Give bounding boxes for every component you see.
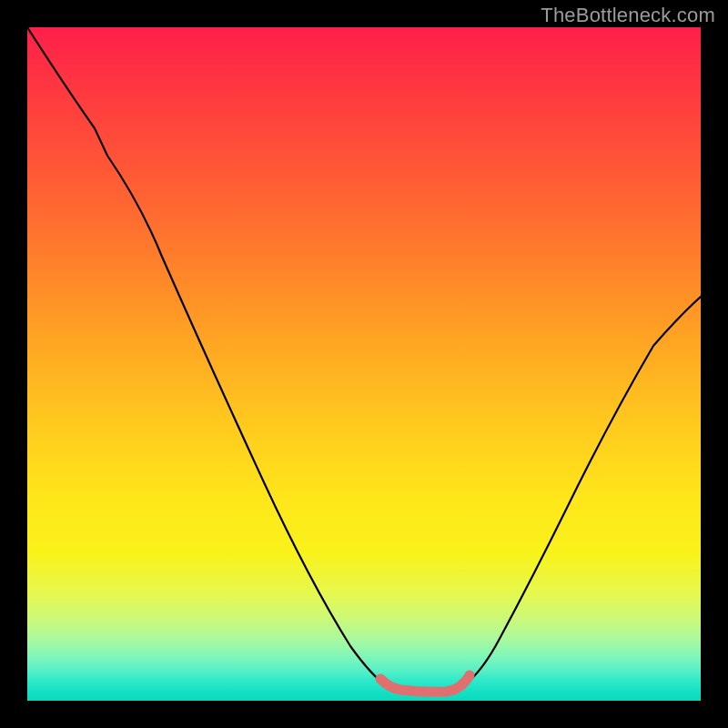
floor-highlight-path bbox=[380, 675, 470, 692]
chart-svg bbox=[27, 27, 701, 701]
plot-area bbox=[27, 27, 701, 701]
left-curve-path bbox=[27, 27, 385, 684]
watermark-text: TheBottleneck.com bbox=[541, 4, 715, 27]
chart-frame: TheBottleneck.com bbox=[0, 0, 728, 728]
right-curve-path bbox=[465, 297, 701, 684]
